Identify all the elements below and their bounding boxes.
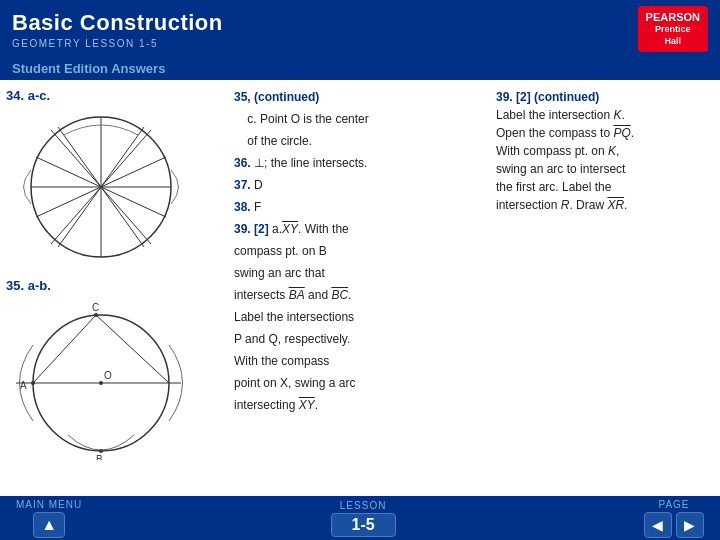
left-column: 34. a-c. 35. a-b.: [6, 88, 226, 490]
item35-continued-header: 35, (continued): [234, 88, 486, 106]
page-nav-area: PAGE ◀ ▶: [644, 499, 704, 538]
prev-page-button[interactable]: ◀: [644, 512, 672, 538]
sea-label: Student Edition Answers: [12, 61, 165, 76]
item35-label: 35. a-b.: [6, 278, 51, 293]
svg-point-15: [99, 381, 103, 385]
item34-diagram: [6, 105, 196, 260]
header: Basic Construction GEOMETRY LESSON 1-5 P…: [0, 0, 720, 56]
item39-start: 39. [2] a.XY. With the: [234, 220, 486, 238]
item39-line13: point on X, swing a arc: [234, 374, 486, 392]
main-menu-label: MAIN MENU: [16, 499, 82, 510]
item35-c-line2: of the circle.: [234, 132, 486, 150]
page-nav-buttons: ◀ ▶: [644, 512, 704, 538]
item35-diagram: A B O C: [6, 295, 196, 460]
item36: 36. ⊥; the line intersects.: [234, 154, 486, 172]
right-column: 39. [2] (continued) Label the intersecti…: [486, 88, 714, 490]
main-menu-icon[interactable]: ▲: [33, 512, 65, 538]
sea-bar: Student Edition Answers: [0, 56, 720, 80]
svg-text:O: O: [104, 370, 112, 381]
svg-text:B: B: [96, 454, 103, 460]
item39-r-line4: swing an arc to intersect: [496, 160, 714, 178]
item39-line8: swing an arc that: [234, 264, 486, 282]
item34-area: 34. a-c.: [6, 88, 226, 260]
item39-r-line5: the first arc. Label the: [496, 178, 714, 196]
item39-line7: compass pt. on B: [234, 242, 486, 260]
svg-text:A: A: [20, 380, 27, 391]
item35-c-line1: c. Point O is the center: [234, 110, 486, 128]
mid-column: 35, (continued) c. Point O is the center…: [226, 88, 486, 490]
item35-area: 35. a-b. A B O C: [6, 270, 226, 460]
page-number: 1-5: [331, 513, 396, 537]
item39-continued-header: 39. [2] (continued): [496, 88, 714, 106]
item39-line11: P and Q, respectively.: [234, 330, 486, 348]
item39-line12: With the compass: [234, 352, 486, 370]
item38: 38. F: [234, 198, 486, 216]
item39-r-line6: intersection R. Draw XR.: [496, 196, 714, 214]
pearson-text: PEARSON: [646, 10, 700, 24]
page-label: PAGE: [658, 499, 689, 510]
svg-text:C: C: [92, 302, 99, 313]
item39-r-line2: Open the compass to PQ.: [496, 124, 714, 142]
item39-line9: intersects BA and BC.: [234, 286, 486, 304]
item37: 37. D: [234, 176, 486, 194]
hall-text: Hall: [646, 36, 700, 48]
item39-r-line1: Label the intersection K.: [496, 106, 714, 124]
app-title: Basic Construction: [12, 10, 223, 36]
prentice-text: Prentice: [646, 24, 700, 36]
header-left: Basic Construction GEOMETRY LESSON 1-5: [12, 10, 223, 49]
main-menu-button[interactable]: MAIN MENU ▲: [16, 499, 82, 538]
item39-line14: intersecting XY.: [234, 396, 486, 414]
item34-label: 34. a-c.: [6, 88, 50, 103]
pearson-logo: PEARSON Prentice Hall: [638, 6, 708, 52]
footer: MAIN MENU ▲ LESSON 1-5 PAGE ◀ ▶: [0, 496, 720, 540]
app-subtitle: GEOMETRY LESSON 1-5: [12, 38, 223, 49]
item39-line10: Label the intersections: [234, 308, 486, 326]
lesson-label: LESSON: [340, 500, 387, 511]
main-content: 34. a-c. 35. a-b.: [0, 80, 720, 496]
footer-center: LESSON 1-5: [331, 500, 396, 537]
item39-r-line3: With compass pt. on K,: [496, 142, 714, 160]
next-page-button[interactable]: ▶: [676, 512, 704, 538]
